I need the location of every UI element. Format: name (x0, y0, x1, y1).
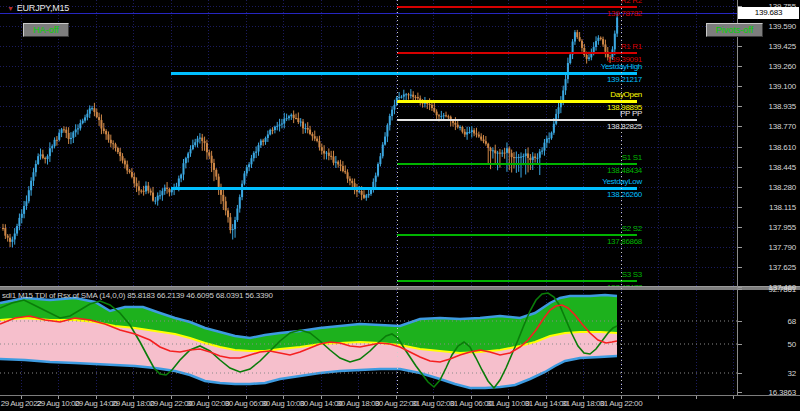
time-axis[interactable]: 29 Aug 202229 Aug 10:0029 Aug 14:0029 Au… (0, 396, 800, 411)
candle-body (386, 125, 388, 136)
price-tick-mark (738, 287, 742, 288)
candle-body (321, 147, 323, 151)
candle-body (358, 191, 360, 192)
candle-body (597, 38, 599, 41)
candle-body (131, 172, 133, 177)
candle-body (281, 123, 283, 124)
candle-body (504, 153, 506, 154)
candle-body (436, 112, 438, 116)
time-tick-label: 31 Aug 18:00 (562, 399, 604, 408)
candle-body (239, 197, 241, 208)
candle-body (103, 129, 105, 131)
r1-line (397, 52, 637, 54)
candle-body (119, 152, 121, 156)
s3-line (397, 280, 637, 282)
candle-body (316, 139, 318, 141)
candle-body (325, 153, 327, 154)
candle-body (410, 95, 412, 96)
candle-body (234, 220, 236, 229)
candle-body (89, 108, 91, 113)
yest-low-value: 138.26260 (512, 191, 642, 199)
candle-body (201, 138, 203, 141)
candle-body (616, 18, 618, 34)
candle-body (461, 127, 463, 132)
candle-body (171, 190, 173, 193)
ha-toggle-button[interactable]: HA-off (23, 23, 69, 37)
candle-body (253, 153, 255, 158)
candle-body (143, 191, 145, 192)
candle-body (487, 144, 489, 148)
pp-value: 138.82825 (512, 123, 642, 131)
candle-body (72, 132, 74, 138)
candle-body (115, 144, 117, 148)
candle-body (447, 116, 449, 117)
candle-body (91, 108, 93, 109)
symbol-period-label: EURJPY,M15 (17, 3, 69, 13)
time-tick-mark (696, 396, 697, 399)
candle-body (412, 95, 414, 97)
candle-body (222, 195, 224, 201)
candle-body (11, 239, 13, 241)
candle-body (309, 130, 311, 134)
period-separator (621, 0, 622, 395)
main-chart[interactable]: R2 R2139.78782R1 R1139.39091YestdayHigh1… (0, 0, 737, 286)
candle-body (400, 97, 402, 98)
candle-body (42, 154, 44, 158)
candle-body (365, 195, 367, 197)
candle-body (40, 154, 42, 156)
candle-body (344, 171, 346, 172)
candle-body (293, 115, 295, 118)
candle-body (68, 133, 70, 139)
s1-line (397, 163, 637, 165)
candle-body (4, 228, 6, 236)
price-tick-label: 137.625 (746, 263, 796, 272)
candle-body (79, 123, 81, 128)
candle-body (314, 136, 316, 138)
candle-body (494, 150, 496, 153)
candle-body (100, 120, 102, 128)
candle-body (93, 108, 95, 112)
candle-body (232, 229, 234, 230)
time-tick-label: 30 Aug 10:00 (262, 399, 304, 408)
time-tick-label: 29 Aug 2022 (1, 399, 42, 408)
candle-body (147, 186, 149, 191)
indicator-title: sdl1 M15 TDI of Rsx of SMA (14,0,0) 85.8… (2, 291, 273, 300)
candle-body (499, 153, 501, 154)
candle-body (86, 114, 88, 118)
price-tick-label: 139.100 (746, 82, 796, 91)
candle-body (187, 153, 189, 158)
time-tick-label: 30 Aug 14:00 (300, 399, 342, 408)
candle-body (452, 121, 454, 123)
pp-line (397, 119, 637, 121)
price-axis[interactable]: 139.755139.590139.425139.260139.100138.9… (737, 0, 800, 395)
candle-body (328, 153, 330, 156)
candle-body (47, 156, 49, 159)
price-tick-label: 138.610 (746, 143, 796, 152)
candle-body (32, 172, 34, 180)
triangle-down-icon: ▼ (7, 5, 14, 12)
candle-body (302, 122, 304, 129)
candle-body (454, 123, 456, 125)
time-tick-label: 30 Aug 18:00 (337, 399, 379, 408)
price-tick-label: 138.770 (746, 122, 796, 131)
candle-body (466, 132, 468, 134)
candle-body (311, 134, 313, 136)
candle-body (9, 238, 11, 242)
candle-body (464, 132, 466, 135)
candle-body (323, 151, 325, 154)
candle-body (145, 186, 147, 192)
pivots-toggle-button[interactable]: Pivots-off (706, 23, 763, 37)
candle-body (478, 135, 480, 137)
candle-body (342, 166, 344, 171)
candle-body (213, 163, 215, 170)
candle-body (164, 188, 166, 191)
candle-body (2, 228, 4, 229)
candle-body (368, 194, 370, 195)
candle-body (112, 143, 114, 144)
candle-body (124, 161, 126, 165)
price-tick-label: 137.955 (746, 223, 796, 232)
indicator-window[interactable]: sdl1 M15 TDI of Rsx of SMA (14,0,0) 85.8… (0, 290, 737, 395)
candle-body (269, 130, 271, 135)
price-tick-label: 139.425 (746, 42, 796, 51)
candle-body (382, 145, 384, 157)
